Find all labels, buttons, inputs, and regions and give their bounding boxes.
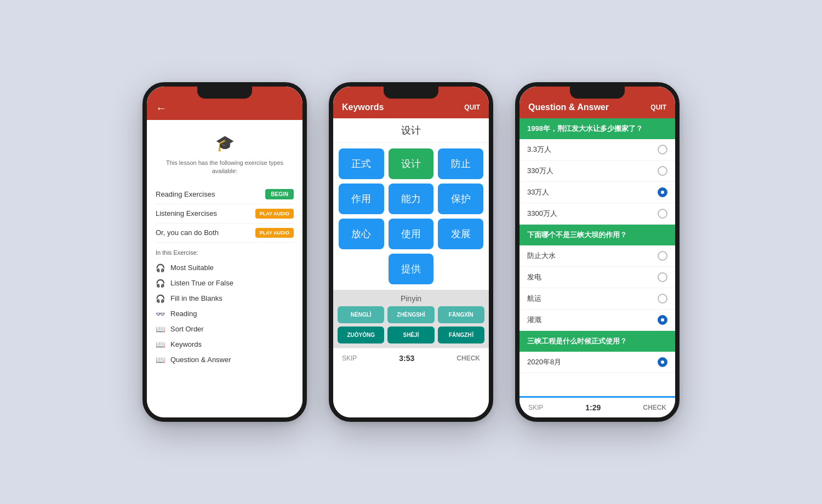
qa-skip-button[interactable]: SKIP	[528, 404, 543, 411]
kw-btn-nengli[interactable]: 能力	[389, 184, 434, 214]
kw-btn-fazhan[interactable]: 发展	[438, 219, 483, 249]
kw-btn-shiyong[interactable]: 使用	[389, 219, 434, 249]
item-listen-true-false-text: Listen True or False	[170, 279, 233, 287]
book-icon-1: 📖	[156, 325, 165, 334]
item-qa: 📖 Question & Answer	[156, 352, 294, 368]
play-audio-button-1[interactable]: PLAY AUDIO	[255, 209, 294, 219]
kw-btn-sheji[interactable]: 设计	[389, 148, 434, 179]
headphone-icon-1: 🎧	[156, 264, 165, 272]
qa-option-2-4[interactable]: 灌溉	[520, 310, 675, 331]
qa-option-1-1-text: 3.3万人	[527, 145, 551, 154]
item-fill-blanks: 🎧 Fill in the Blanks	[156, 291, 294, 306]
kw-btn-baohu[interactable]: 保护	[438, 184, 483, 214]
keyword-prompt: 设计	[333, 118, 489, 143]
item-sort-order-text: Sort Order	[170, 325, 204, 333]
keywords-title: Keywords	[342, 102, 384, 112]
py-btn-fangxin[interactable]: FĀNGXĪN	[438, 306, 484, 323]
phone-3-body: 1998年，荆江发大水让多少搬家了？ 3.3万人 330万人 33万人	[520, 118, 675, 417]
in-exercise-label: In this Exercise:	[156, 249, 294, 256]
qa-option-1-2-text: 330万人	[527, 166, 553, 176]
radio-2-3[interactable]	[658, 294, 667, 303]
exercise-name-both: Or, you can do Both	[156, 228, 219, 237]
back-arrow-icon[interactable]: ←	[156, 102, 167, 114]
keywords-quit-button[interactable]: QUIT	[464, 104, 480, 111]
qa-option-2-4-text: 灌溉	[527, 315, 541, 325]
keywords-skip-button[interactable]: SKIP	[342, 354, 357, 362]
item-most-suitable: 🎧 Most Suitable	[156, 260, 294, 276]
item-sort-order: 📖 Sort Order	[156, 322, 294, 337]
exercise-row-both: Or, you can do Both PLAY AUDIO	[156, 224, 294, 243]
phone-3: Question & Answer QUIT 1998年，荆江发大水让多少搬家了…	[515, 82, 680, 422]
radio-1-3[interactable]	[658, 187, 667, 197]
qa-check-button[interactable]: CHECK	[643, 404, 666, 411]
py-btn-zhengshi[interactable]: ZHÈNGSHÌ	[387, 306, 434, 323]
pinyin-grid: NÉNGLÌ ZHÈNGSHÌ FĀNGXĪN ZUÒYÒNG SHÈJÌ FÁ…	[338, 306, 484, 343]
kw-btn-fangxin[interactable]: 放心	[339, 219, 384, 249]
book-icon-2: 📖	[156, 340, 165, 349]
phone-2-body: 设计 正式 设计 防止 作用 能力 保护 放心 使用 发展 提供	[333, 118, 489, 417]
radio-3-1[interactable]	[658, 357, 667, 367]
phone-1-notch	[197, 87, 252, 99]
exercise-name-reading: Reading Exercises	[156, 190, 215, 198]
py-btn-nengli[interactable]: NÉNGLÌ	[338, 306, 384, 323]
item-most-suitable-text: Most Suitable	[170, 264, 214, 272]
qa-option-2-1[interactable]: 防止大水	[520, 245, 675, 267]
phone-3-footer: SKIP 1:29 CHECK	[520, 396, 675, 417]
phone-2-notch	[384, 87, 438, 99]
play-audio-button-2[interactable]: PLAY AUDIO	[255, 228, 294, 238]
qa-option-1-3[interactable]: 33万人	[520, 182, 675, 203]
keywords-check-button[interactable]: CHECK	[456, 354, 480, 362]
qa-question-1: 1998年，荆江发大水让多少搬家了？	[520, 118, 675, 139]
qa-question-2: 下面哪个不是三峡大坝的作用？	[520, 225, 675, 245]
radio-2-4[interactable]	[658, 315, 667, 325]
radio-1-1[interactable]	[658, 145, 667, 154]
qa-option-1-1[interactable]: 3.3万人	[520, 139, 675, 161]
qa-option-1-4[interactable]: 3300万人	[520, 203, 675, 225]
kw-btn-zuoyong[interactable]: 作用	[339, 184, 384, 214]
begin-button[interactable]: BEGIN	[265, 189, 294, 199]
qa-options-2: 防止大水 发电 航运 灌溉	[520, 245, 675, 331]
py-btn-fangzhi[interactable]: FÁNGZHǏ	[438, 327, 484, 343]
qa-option-2-3-text: 航运	[527, 294, 541, 303]
qa-question-3: 三峡工程是什么时候正式使用？	[520, 331, 675, 352]
keywords-grid-main: 正式 设计 防止 作用 能力 保护 放心 使用 发展 提供	[333, 143, 489, 290]
pinyin-label: Pinyin	[338, 294, 484, 303]
qa-option-2-2-text: 发电	[527, 272, 541, 282]
exercise-name-listening: Listening Exercises	[156, 209, 217, 217]
book-icon-3: 📖	[156, 356, 165, 364]
item-keywords-text: Keywords	[170, 340, 202, 348]
qa-timer: 1:29	[585, 403, 601, 412]
phone-1: ← 🎓 This lesson has the following exerci…	[142, 82, 307, 422]
item-reading: 👓 Reading	[156, 306, 294, 322]
keywords-timer: 3:53	[399, 354, 414, 363]
kw-btn-zhengshi[interactable]: 正式	[339, 148, 384, 179]
kw-btn-fangzhi[interactable]: 防止	[438, 148, 483, 179]
phone-3-screen: Question & Answer QUIT 1998年，荆江发大水让多少搬家了…	[520, 87, 675, 417]
radio-2-1[interactable]	[658, 251, 667, 261]
headphone-icon-2: 🎧	[156, 279, 165, 288]
qa-option-1-2[interactable]: 330万人	[520, 161, 675, 182]
phone-2: Keywords QUIT 设计 正式 设计 防止 作用 能力 保护 放心 使用	[329, 82, 493, 422]
phone-1-body: 🎓 This lesson has the following exercise…	[147, 120, 302, 417]
item-listen-true-false: 🎧 Listen True or False	[156, 276, 294, 291]
qa-option-1-3-text: 33万人	[527, 187, 549, 197]
py-btn-sheji[interactable]: SHÈJÌ	[387, 327, 434, 343]
phone-2-footer: SKIP 3:53 CHECK	[333, 348, 489, 368]
headphone-icon-3: 🎧	[156, 294, 165, 303]
item-qa-text: Question & Answer	[170, 356, 231, 364]
qa-title: Question & Answer	[528, 102, 609, 112]
pinyin-section: Pinyin NÉNGLÌ ZHÈNGSHÌ FĀNGXĪN ZUÒYÒNG S…	[333, 290, 489, 348]
qa-option-2-1-text: 防止大水	[527, 251, 556, 261]
kw-btn-tigong[interactable]: 提供	[389, 254, 434, 284]
radio-1-4[interactable]	[658, 209, 667, 219]
py-btn-zuoyong[interactable]: ZUÒYÒNG	[338, 327, 384, 343]
radio-2-2[interactable]	[658, 272, 667, 282]
lesson-subtitle: This lesson has the following exercise t…	[156, 159, 294, 176]
qa-option-2-2[interactable]: 发电	[520, 267, 675, 288]
phones-container: ← 🎓 This lesson has the following exerci…	[121, 60, 701, 444]
qa-option-3-1[interactable]: 2020年8月	[520, 352, 675, 373]
exercise-row-reading: Reading Exercises BEGIN	[156, 185, 294, 204]
radio-1-2[interactable]	[658, 166, 667, 176]
qa-quit-button[interactable]: QUIT	[650, 104, 666, 111]
qa-option-2-3[interactable]: 航运	[520, 288, 675, 310]
